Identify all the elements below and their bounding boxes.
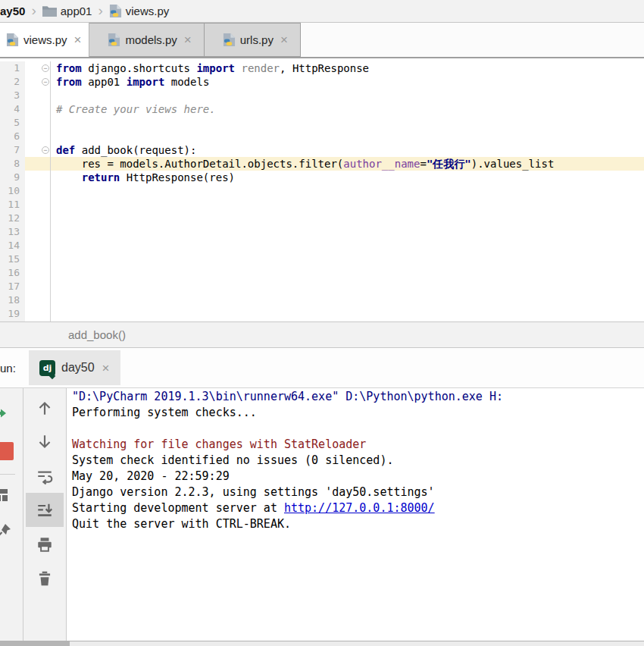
code-line[interactable]: 14 — [0, 239, 644, 252]
horizontal-scrollbar[interactable] — [0, 641, 644, 646]
fold-marker-icon[interactable]: − — [42, 78, 49, 86]
code-line[interactable]: 7−def add_book(request): — [0, 143, 644, 157]
scrollbar-thumb[interactable] — [0, 641, 70, 646]
code-text — [51, 130, 644, 143]
console-output[interactable]: "D:\PyCharm 2019.1.3\bin\runnerw64.exe" … — [67, 388, 644, 641]
line-number: 18 — [0, 293, 25, 307]
breadcrumb-package[interactable]: app01 — [61, 5, 92, 17]
line-number: 6 — [0, 130, 25, 143]
scroll-to-end-icon[interactable] — [26, 493, 64, 527]
run-tab-day50[interactable]: dj day50 × — [29, 350, 120, 385]
close-icon[interactable]: × — [280, 33, 288, 46]
token-plain: Django version 2.2.3, using settings 'da… — [72, 485, 435, 499]
token-plain: System check identified no issues (0 sil… — [72, 453, 393, 467]
code-line[interactable]: 13 — [0, 225, 644, 239]
console-line: Starting development server at http://12… — [72, 500, 644, 516]
fold-marker-icon[interactable]: − — [42, 64, 49, 72]
line-number: 8 — [0, 157, 25, 171]
token-plain: Starting development server at — [72, 501, 284, 515]
code-line[interactable]: 2−from app01 import models — [0, 75, 644, 89]
code-line[interactable]: 10 — [0, 184, 644, 198]
line-number: 13 — [0, 225, 25, 239]
folder-icon — [42, 5, 57, 17]
console-line: May 20, 2020 - 22:59:29 — [72, 469, 644, 484]
pin-icon[interactable] — [0, 522, 12, 542]
console-toolbar — [23, 388, 67, 641]
line-number: 11 — [0, 198, 25, 212]
fold-gutter — [25, 225, 51, 239]
fold-gutter — [25, 307, 51, 321]
tab-label: urls.py — [240, 33, 274, 46]
breadcrumb-file[interactable]: views.py — [126, 5, 170, 17]
fold-gutter — [25, 280, 51, 293]
server-url-link[interactable]: http://127.0.0.1:8000/ — [284, 501, 435, 515]
tab-models-py[interactable]: models.py × — [89, 23, 204, 57]
code-line[interactable]: 8 res = models.AuthorDetail.objects.filt… — [0, 157, 644, 171]
code-line[interactable]: 19 — [0, 307, 644, 321]
code-line[interactable]: 16 — [0, 266, 644, 280]
line-number: 14 — [0, 239, 25, 252]
python-file-icon — [223, 33, 236, 47]
code-line[interactable]: 3 — [0, 89, 644, 102]
code-editor[interactable]: 1−from django.shortcuts import render, H… — [0, 58, 644, 321]
token-str: "任我行" — [427, 158, 471, 170]
arrow-up-icon[interactable] — [26, 390, 64, 425]
line-number: 1 — [0, 61, 25, 75]
close-icon[interactable]: × — [102, 362, 110, 375]
breadcrumb-project[interactable]: ay50 — [0, 5, 25, 17]
token-kw: import — [127, 76, 165, 88]
arrow-down-icon[interactable] — [26, 425, 64, 459]
fold-marker-icon[interactable]: − — [42, 146, 49, 154]
line-number: 7 — [0, 143, 25, 157]
tab-urls-py[interactable]: urls.py × — [205, 23, 301, 57]
token-txt — [56, 171, 82, 183]
code-line[interactable]: 6 — [0, 130, 644, 143]
line-number: 2 — [0, 75, 25, 89]
code-line[interactable]: 5 — [0, 116, 644, 130]
run-panel-header: un: dj day50 × — [0, 348, 644, 387]
soft-wrap-icon[interactable] — [26, 459, 64, 493]
chevron-right-icon: › — [98, 2, 102, 19]
fold-gutter: − — [25, 143, 51, 157]
code-line[interactable]: 15 — [0, 252, 644, 266]
token-txt: django.shortcuts — [82, 62, 197, 74]
code-text — [51, 266, 644, 280]
line-number: 4 — [0, 102, 25, 116]
code-text: def add_book(request): — [51, 143, 644, 157]
editor-tab-bar: views.py × models.py × urls.py × — [0, 23, 644, 58]
function-crumb[interactable]: add_book() — [68, 328, 126, 341]
fold-gutter: − — [25, 75, 51, 89]
token-txt: ).values_list — [471, 158, 555, 170]
stop-icon[interactable] — [0, 442, 14, 463]
code-line[interactable]: 4# Create your views here. — [0, 102, 644, 116]
code-line[interactable]: 1−from django.shortcuts import render, H… — [0, 61, 644, 75]
close-icon[interactable]: × — [184, 33, 192, 46]
code-text — [51, 198, 644, 212]
token-plain: May 20, 2020 - 22:59:29 — [72, 469, 230, 483]
tab-views-py[interactable]: views.py × — [0, 23, 89, 57]
trash-icon[interactable] — [26, 561, 64, 595]
code-line[interactable]: 17 — [0, 280, 644, 293]
code-line[interactable]: 18 — [0, 293, 644, 307]
code-line[interactable]: 12 — [0, 212, 644, 225]
line-number: 9 — [0, 171, 25, 184]
line-number: 19 — [0, 307, 25, 321]
close-icon[interactable]: × — [74, 33, 82, 46]
fold-gutter — [25, 293, 51, 307]
token-txt: , HttpResponse — [280, 62, 369, 74]
fold-gutter — [25, 198, 51, 212]
fold-gutter — [25, 321, 51, 321]
python-file-icon — [109, 4, 122, 18]
token-kw: def — [56, 144, 75, 156]
print-icon[interactable] — [26, 527, 64, 561]
fold-gutter — [25, 239, 51, 252]
token-kw: import — [196, 62, 235, 74]
restore-layout-icon[interactable] — [0, 487, 11, 506]
rerun-icon[interactable] — [0, 407, 9, 427]
console-line: System check identified no issues (0 sil… — [72, 453, 644, 469]
code-line[interactable]: 9 return HttpResponse(res) — [0, 171, 644, 184]
toolbar-divider — [0, 474, 15, 475]
code-line[interactable]: 11 — [0, 198, 644, 212]
token-txt: models — [164, 76, 209, 88]
token-kw: from — [56, 62, 82, 74]
